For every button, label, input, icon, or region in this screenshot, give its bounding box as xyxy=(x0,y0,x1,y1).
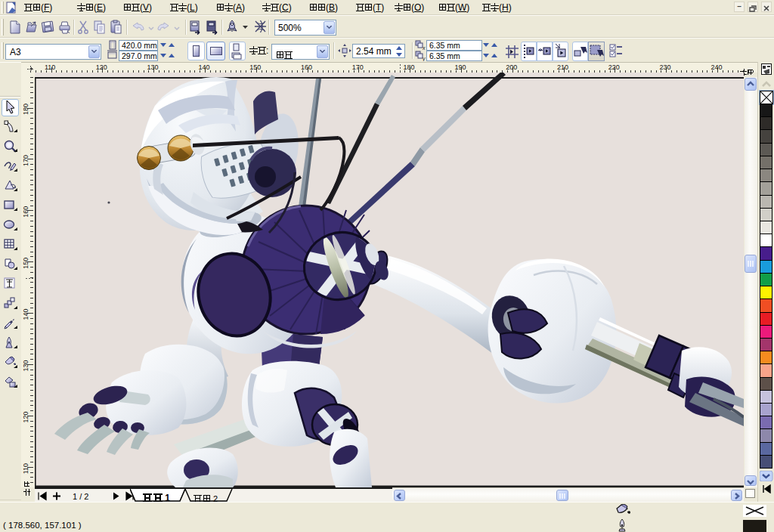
svg-text:230: 230 xyxy=(660,63,671,71)
svg-text:130: 130 xyxy=(147,63,159,71)
svg-text:1 / 2: 1 / 2 xyxy=(73,492,88,501)
svg-text:110: 110 xyxy=(45,63,55,71)
svg-text:240: 240 xyxy=(711,63,722,71)
svg-text:x: x xyxy=(422,45,426,51)
svg-text:180: 180 xyxy=(404,63,415,71)
svg-text:140: 140 xyxy=(22,309,29,320)
svg-text:170: 170 xyxy=(352,63,364,71)
svg-text:110: 110 xyxy=(22,463,29,474)
svg-text:190: 190 xyxy=(454,63,466,71)
svg-text:170: 170 xyxy=(22,155,29,166)
svg-text:160: 160 xyxy=(301,63,312,71)
svg-text:150: 150 xyxy=(249,63,261,71)
svg-text:150: 150 xyxy=(22,258,29,269)
svg-text:120: 120 xyxy=(22,411,29,422)
svg-text:220: 220 xyxy=(608,63,620,71)
svg-text:130: 130 xyxy=(22,360,29,371)
svg-text:210: 210 xyxy=(557,63,568,71)
svg-text:180: 180 xyxy=(22,104,29,115)
svg-text:120: 120 xyxy=(96,63,107,71)
svg-text:160: 160 xyxy=(22,206,29,218)
svg-text:140: 140 xyxy=(198,63,209,71)
svg-text:200: 200 xyxy=(506,63,517,71)
svg-text:y: y xyxy=(422,56,426,61)
